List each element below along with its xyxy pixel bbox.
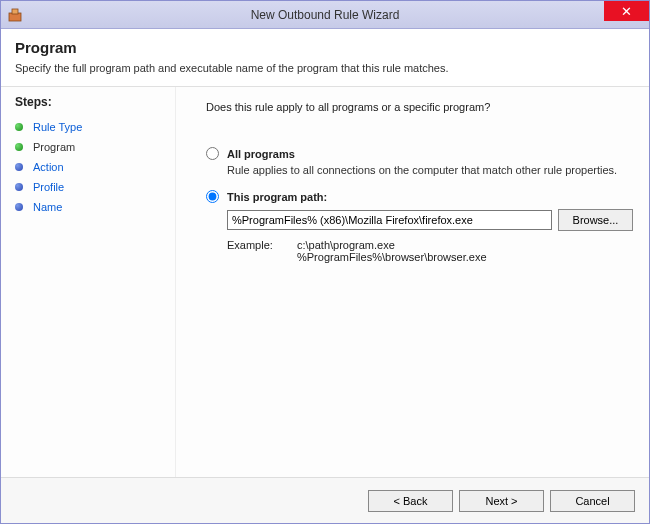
prompt-text: Does this rule apply to all programs or … [206, 101, 633, 113]
step-label: Profile [33, 181, 64, 193]
step-label: Program [33, 141, 75, 153]
wizard-body: Steps: Rule Type Program Action Profile … [1, 87, 649, 477]
wizard-header: Program Specify the full program path an… [1, 29, 649, 87]
option-all-programs: All programs Rule applies to all connect… [206, 147, 633, 176]
back-button[interactable]: < Back [368, 490, 453, 512]
step-program[interactable]: Program [15, 137, 165, 157]
example-label: Example: [227, 239, 297, 263]
radio-all-programs[interactable] [206, 147, 219, 160]
wizard-footer: < Back Next > Cancel [1, 477, 649, 523]
main-panel: Does this rule apply to all programs or … [176, 87, 649, 477]
page-title: Program [15, 39, 635, 56]
steps-title: Steps: [15, 95, 165, 109]
bullet-icon [15, 163, 23, 171]
titlebar: New Outbound Rule Wizard ✕ [1, 1, 649, 29]
steps-sidebar: Steps: Rule Type Program Action Profile … [1, 87, 176, 477]
bullet-icon [15, 183, 23, 191]
cancel-button[interactable]: Cancel [550, 490, 635, 512]
option-this-program-path: This program path: Browse... Example: c:… [206, 190, 633, 263]
radio-this-program-path[interactable] [206, 190, 219, 203]
next-button[interactable]: Next > [459, 490, 544, 512]
step-label: Name [33, 201, 62, 213]
page-subtitle: Specify the full program path and execut… [15, 62, 635, 74]
option-all-desc: Rule applies to all connections on the c… [227, 164, 633, 176]
step-label: Action [33, 161, 64, 173]
program-path-input[interactable] [227, 210, 552, 230]
close-button[interactable]: ✕ [604, 1, 649, 21]
wizard-window: New Outbound Rule Wizard ✕ Program Speci… [0, 0, 650, 524]
app-icon [7, 7, 23, 23]
example-row: Example: c:\path\program.exe %ProgramFil… [227, 239, 633, 263]
svg-rect-1 [12, 9, 18, 14]
step-label: Rule Type [33, 121, 82, 133]
radio-this-program-path-label: This program path: [227, 191, 327, 203]
bullet-icon [15, 143, 23, 151]
step-name[interactable]: Name [15, 197, 165, 217]
bullet-icon [15, 123, 23, 131]
radio-all-programs-label: All programs [227, 148, 295, 160]
example-value-2: %ProgramFiles%\browser\browser.exe [297, 251, 487, 263]
window-title: New Outbound Rule Wizard [1, 8, 649, 22]
browse-button[interactable]: Browse... [558, 209, 633, 231]
step-profile[interactable]: Profile [15, 177, 165, 197]
bullet-icon [15, 203, 23, 211]
example-value-1: c:\path\program.exe [297, 239, 487, 251]
close-icon: ✕ [621, 4, 632, 19]
step-rule-type[interactable]: Rule Type [15, 117, 165, 137]
step-action[interactable]: Action [15, 157, 165, 177]
